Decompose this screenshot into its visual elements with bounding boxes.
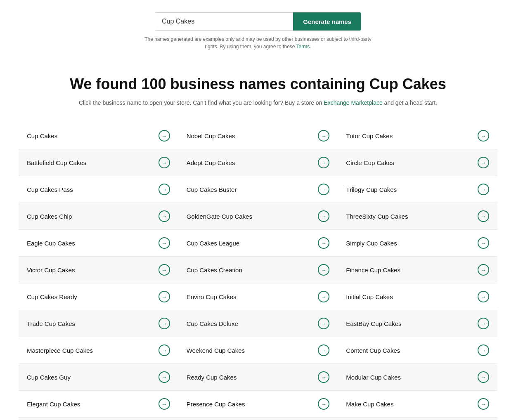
- arrow-icon[interactable]: →: [478, 398, 489, 410]
- arrow-icon[interactable]: →: [318, 210, 329, 222]
- name-item[interactable]: Simply Cup Cakes→: [338, 230, 497, 257]
- name-label: Weekend Cup Cakes: [187, 347, 245, 354]
- exchange-marketplace-link[interactable]: Exchange Marketplace: [324, 99, 382, 106]
- name-item[interactable]: Initial Cup Cakes→: [338, 283, 497, 310]
- name-item[interactable]: Cup Cakes Chip→: [19, 203, 178, 230]
- name-item[interactable]: Presence Cup Cakes→: [178, 391, 338, 418]
- arrow-icon[interactable]: →: [159, 157, 170, 168]
- name-item[interactable]: Tutor Cup Cakes→: [338, 123, 497, 149]
- arrow-icon[interactable]: →: [159, 291, 170, 302]
- arrow-icon[interactable]: →: [318, 318, 329, 329]
- name-label: Cup Cakes Creation: [187, 267, 242, 274]
- name-label: Elegant Cup Cakes: [27, 401, 80, 408]
- arrow-icon[interactable]: →: [159, 318, 170, 329]
- name-label: Cup Cakes Ready: [27, 293, 77, 300]
- name-item[interactable]: Victor Cup Cakes→: [19, 257, 178, 283]
- name-label: Tutor Cup Cakes: [346, 132, 393, 139]
- name-item[interactable]: Nobel Cup Cakes→: [178, 123, 338, 149]
- name-item[interactable]: Trade Cup Cakes→: [19, 310, 178, 337]
- name-label: EastBay Cup Cakes: [346, 320, 401, 327]
- name-item[interactable]: Masterpiece Cup Cakes→: [19, 337, 178, 364]
- name-item[interactable]: Weekend Cup Cakes→: [178, 337, 338, 364]
- name-label: Cup Cakes Deluxe: [187, 320, 238, 327]
- name-item[interactable]: Cup Cakes Pass→: [19, 176, 178, 203]
- arrow-icon[interactable]: →: [318, 184, 329, 195]
- name-item[interactable]: Cup Cakes Guy→: [19, 364, 178, 391]
- generate-button[interactable]: Generate names: [293, 12, 361, 31]
- arrow-icon[interactable]: →: [318, 344, 329, 356]
- arrow-icon[interactable]: →: [478, 371, 489, 383]
- name-item[interactable]: Cup Cakes Creation→: [178, 257, 338, 283]
- name-label: Battlefield Cup Cakes: [27, 159, 86, 166]
- name-label: Cup Cakes Guy: [27, 374, 71, 381]
- arrow-icon[interactable]: →: [159, 344, 170, 356]
- arrow-icon[interactable]: →: [318, 398, 329, 410]
- name-item[interactable]: Circle Cup Cakes→: [338, 149, 497, 176]
- name-item[interactable]: Trilogy Cup Cakes→: [338, 176, 497, 203]
- name-item[interactable]: Leverage Cup Cakes→: [178, 418, 338, 420]
- name-item[interactable]: Cup Cakes→: [19, 123, 178, 149]
- name-item[interactable]: Ready Cup Cakes→: [178, 364, 338, 391]
- arrow-icon[interactable]: →: [478, 237, 489, 249]
- page-subheadline: Click the business name to open your sto…: [0, 99, 516, 106]
- arrow-icon[interactable]: →: [318, 371, 329, 383]
- name-item[interactable]: Content Cup Cakes→: [338, 337, 497, 364]
- arrow-icon[interactable]: →: [478, 157, 489, 168]
- arrow-icon[interactable]: →: [478, 291, 489, 302]
- arrow-icon[interactable]: →: [318, 157, 329, 168]
- search-input[interactable]: [155, 12, 293, 31]
- name-item[interactable]: Cup Cakes Deluxe→: [178, 310, 338, 337]
- name-label: Ready Cup Cakes: [187, 374, 237, 381]
- name-label: Presence Cup Cakes: [187, 401, 245, 408]
- terms-link[interactable]: Terms: [296, 44, 310, 50]
- arrow-icon[interactable]: →: [159, 398, 170, 410]
- arrow-icon[interactable]: →: [318, 264, 329, 276]
- arrow-icon[interactable]: →: [478, 318, 489, 329]
- arrow-icon[interactable]: →: [159, 210, 170, 222]
- arrow-icon[interactable]: →: [159, 371, 170, 383]
- arrow-icon[interactable]: →: [318, 237, 329, 249]
- name-label: Adept Cup Cakes: [187, 159, 235, 166]
- disclaimer: The names generated are examples only an…: [142, 35, 374, 50]
- name-label: Cup Cakes League: [187, 240, 239, 247]
- name-item[interactable]: Cup Cakes League→: [178, 230, 338, 257]
- name-label: Cup Cakes Chip: [27, 213, 72, 220]
- top-section: Generate names The names generated are e…: [0, 0, 516, 59]
- name-item[interactable]: Elegant Cup Cakes→: [19, 391, 178, 418]
- arrow-icon[interactable]: →: [159, 237, 170, 249]
- arrow-icon[interactable]: →: [478, 344, 489, 356]
- name-item[interactable]: Modular Cup Cakes→: [338, 364, 497, 391]
- name-item[interactable]: Eagle Cup Cakes→: [19, 230, 178, 257]
- arrow-icon[interactable]: →: [159, 130, 170, 142]
- search-row: Generate names: [155, 12, 361, 31]
- name-label: Nobel Cup Cakes: [187, 132, 235, 139]
- name-item[interactable]: Cup Cakes Buster→: [178, 176, 338, 203]
- name-item[interactable]: Make Cup Cakes→: [338, 391, 497, 418]
- name-label: Victor Cup Cakes: [27, 267, 75, 274]
- name-label: Trilogy Cup Cakes: [346, 186, 397, 193]
- name-item[interactable]: Finance Cup Cakes→: [338, 257, 497, 283]
- name-item[interactable]: Confidential Cup Cakes→: [19, 418, 178, 420]
- arrow-icon[interactable]: →: [478, 184, 489, 195]
- name-item[interactable]: Cup Cakes Ready→: [19, 283, 178, 310]
- name-item[interactable]: Cardinal Cup Cakes→: [338, 418, 497, 420]
- arrow-icon[interactable]: →: [318, 291, 329, 302]
- arrow-icon[interactable]: →: [159, 264, 170, 276]
- name-item[interactable]: ThreeSixty Cup Cakes→: [338, 203, 497, 230]
- arrow-icon[interactable]: →: [478, 130, 489, 142]
- name-item[interactable]: Enviro Cup Cakes→: [178, 283, 338, 310]
- name-label: Make Cup Cakes: [346, 401, 393, 408]
- results-grid: Cup Cakes→Nobel Cup Cakes→Tutor Cup Cake…: [10, 123, 506, 420]
- name-item[interactable]: EastBay Cup Cakes→: [338, 310, 497, 337]
- name-label: Content Cup Cakes: [346, 347, 400, 354]
- arrow-icon[interactable]: →: [159, 184, 170, 195]
- name-item[interactable]: GoldenGate Cup Cakes→: [178, 203, 338, 230]
- name-label: Cup Cakes Buster: [187, 186, 237, 193]
- name-label: Simply Cup Cakes: [346, 240, 397, 247]
- name-label: Finance Cup Cakes: [346, 267, 400, 274]
- arrow-icon[interactable]: →: [318, 130, 329, 142]
- arrow-icon[interactable]: →: [478, 264, 489, 276]
- name-item[interactable]: Battlefield Cup Cakes→: [19, 149, 178, 176]
- name-item[interactable]: Adept Cup Cakes→: [178, 149, 338, 176]
- arrow-icon[interactable]: →: [478, 210, 489, 222]
